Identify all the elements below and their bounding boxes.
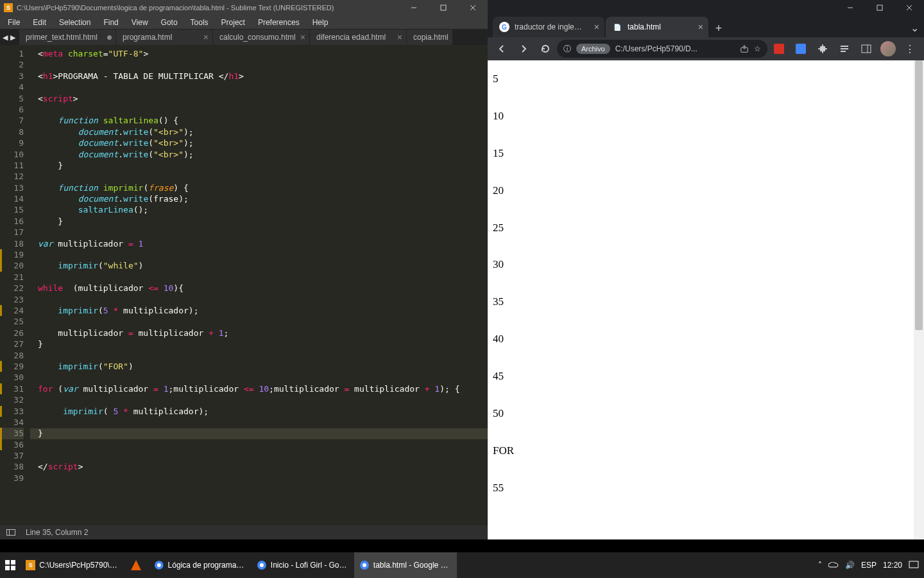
sublime-app-icon: S	[4, 3, 13, 12]
close-tab-icon[interactable]: ×	[397, 32, 402, 42]
page-text-line: 20	[493, 172, 924, 209]
line-gutter[interactable]: 1234567891011121314151617181920212223242…	[0, 45, 30, 525]
menu-goto[interactable]: Goto	[155, 16, 184, 29]
dirty-indicator-icon	[107, 35, 112, 40]
page-text-line: 50	[493, 395, 924, 432]
menu-view[interactable]: View	[125, 16, 155, 29]
code-content[interactable]: <meta charset="UTF-8"> <h1>PROGRAMA - TA…	[30, 45, 460, 525]
close-tab-icon[interactable]: ×	[300, 32, 305, 42]
page-text-line: 30	[493, 246, 924, 283]
tray-overflow-icon[interactable]: ˄	[818, 561, 822, 570]
extension-icon[interactable]	[769, 39, 789, 59]
forward-button[interactable]	[513, 39, 534, 59]
reload-button[interactable]	[535, 39, 556, 59]
menu-help[interactable]: Help	[306, 16, 335, 29]
tab-label: primer_text.html.html	[26, 33, 98, 42]
editor-tab[interactable]: diferencia edad.html×	[310, 30, 406, 45]
editor-tab[interactable]: copia.html	[407, 30, 452, 45]
page-text-line: FOR	[493, 432, 924, 469]
notifications-icon[interactable]	[909, 561, 919, 570]
close-button[interactable]	[894, 0, 924, 15]
menu-preferences[interactable]: Preferences	[252, 16, 306, 29]
onedrive-icon[interactable]	[828, 562, 839, 568]
maximize-button[interactable]	[429, 0, 458, 15]
close-tab-icon[interactable]: ×	[594, 22, 599, 32]
site-info-icon[interactable]: ⓘ	[563, 44, 571, 55]
svg-point-19	[157, 563, 161, 567]
windows-taskbar: S C:\Users\PcHp5790\D... Lógica de progr…	[0, 552, 924, 578]
taskbar-app-label: tabla.html - Google C...	[373, 561, 452, 570]
sublime-window: S C:\Users\PcHp5790\Documents\logica de …	[0, 0, 488, 539]
side-panel-toggle-icon[interactable]	[6, 529, 15, 536]
menu-selection[interactable]: Selection	[53, 16, 97, 29]
chrome-menu-icon[interactable]: ⋮	[900, 39, 920, 59]
editor-tab[interactable]: primer_text.html.html	[19, 30, 116, 45]
share-icon[interactable]	[740, 44, 749, 53]
page-text-line: 40	[493, 320, 924, 358]
reading-list-icon[interactable]	[834, 39, 855, 59]
close-tab-icon[interactable]: ×	[203, 32, 209, 42]
sublime-title: C:\Users\PcHp5790\Documents\logica de pr…	[17, 4, 334, 12]
maximize-button[interactable]	[865, 0, 894, 15]
vlc-icon	[131, 560, 141, 570]
scrollbar-thumb[interactable]	[915, 60, 923, 330]
close-tab-icon[interactable]: ×	[698, 22, 703, 32]
page-text-line: 15	[493, 135, 924, 172]
svg-point-21	[260, 563, 264, 567]
close-button[interactable]	[458, 0, 488, 15]
tab-label: calculo_consumo.html	[219, 33, 296, 42]
sublime-menubar: File Edit Selection Find View Goto Tools…	[0, 15, 488, 30]
taskbar-app[interactable]: Inicio - Lofi Girl - Goo...	[252, 552, 354, 578]
page-viewport[interactable]: 5101520253035404550FOR55	[488, 60, 924, 539]
browser-tab[interactable]: G traductor de ingles a esp ×	[493, 17, 604, 37]
chrome-titlebar[interactable]	[488, 0, 924, 15]
back-button[interactable]	[492, 39, 512, 59]
page-text-line: 35	[493, 283, 924, 320]
menu-file[interactable]: File	[1, 16, 26, 29]
minimize-button[interactable]	[399, 0, 429, 15]
svg-rect-16	[5, 566, 10, 570]
taskbar-app[interactable]: Lógica de programaci...	[149, 552, 252, 578]
menu-edit[interactable]: Edit	[26, 16, 53, 29]
minimize-button[interactable]	[835, 0, 865, 15]
address-bar[interactable]: ⓘ Archivo C:/Users/PcHp5790/D... ☆	[557, 40, 767, 58]
status-line-col: Line 35, Column 2	[26, 528, 88, 537]
scrollbar[interactable]	[914, 60, 924, 539]
translate-extension-icon[interactable]	[791, 39, 811, 59]
taskbar-app-label: Lógica de programaci...	[168, 561, 246, 570]
language-indicator[interactable]: ESP	[861, 561, 877, 570]
editor-tab[interactable]: programa.html×	[116, 30, 212, 45]
extensions-puzzle-icon[interactable]	[812, 39, 833, 59]
editor-tab[interactable]: calculo_consumo.html×	[213, 30, 309, 45]
tab-nav-prev-icon[interactable]: ◀	[1, 33, 9, 42]
taskbar-app[interactable]: tabla.html - Google C...	[354, 552, 457, 578]
taskbar-app[interactable]: S C:\Users\PcHp5790\D...	[21, 552, 123, 578]
chrome-window: G traductor de ingles a esp × 📄 tabla.ht…	[488, 0, 924, 539]
start-button[interactable]	[0, 552, 21, 578]
menu-project[interactable]: Project	[215, 16, 252, 29]
chrome-icon	[359, 560, 370, 570]
clock[interactable]: 12:20	[883, 561, 902, 570]
menu-find[interactable]: Find	[97, 16, 124, 29]
svg-rect-15	[11, 560, 15, 565]
tab-search-icon[interactable]: ⌄	[905, 18, 924, 37]
sublime-titlebar[interactable]: S C:\Users\PcHp5790\Documents\logica de …	[0, 0, 488, 15]
volume-icon[interactable]: 🔊	[845, 561, 855, 570]
chrome-toolbar: ⓘ Archivo C:/Users/PcHp5790/D... ☆ ⋮	[488, 37, 924, 60]
tab-nav-next-icon[interactable]: ▶	[9, 33, 17, 42]
profile-avatar[interactable]	[878, 39, 898, 59]
menu-tools[interactable]: Tools	[184, 16, 215, 29]
minimap[interactable]	[477, 45, 488, 525]
taskbar-app-label: Inicio - Lofi Girl - Goo...	[271, 561, 349, 570]
side-panel-icon[interactable]	[856, 39, 877, 59]
editor-area[interactable]: 1234567891011121314151617181920212223242…	[0, 45, 488, 525]
svg-rect-5	[877, 5, 882, 10]
svg-point-23	[363, 563, 366, 567]
bookmark-star-icon[interactable]: ☆	[754, 44, 761, 53]
tab-label: copia.html	[413, 33, 449, 42]
chrome-icon	[154, 560, 164, 570]
new-tab-button[interactable]: +	[710, 19, 728, 37]
taskbar-app[interactable]	[123, 552, 149, 578]
browser-tab[interactable]: 📄 tabla.html ×	[606, 17, 708, 37]
page-text-line: 25	[493, 209, 924, 247]
